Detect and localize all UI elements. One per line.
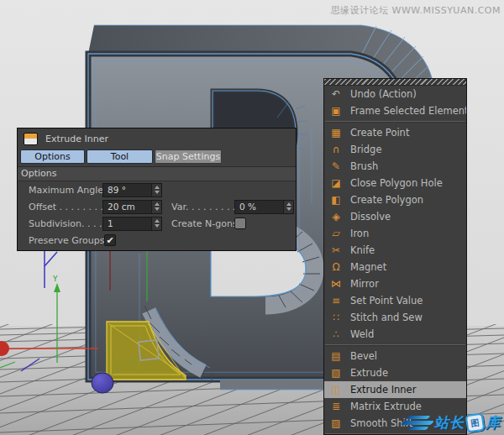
menu-item-knife[interactable]: ✂Knife [324, 242, 466, 259]
create-ngons-checkbox[interactable] [234, 218, 246, 229]
create-ngons-label: Create N-gons [171, 218, 234, 229]
menu-item-label: Dissolve [350, 211, 391, 223]
menu-item-label: Set Point Value [350, 295, 423, 307]
flame-icon [402, 415, 433, 432]
maximum-angle-row: Maximum Angle 89 ° [18, 181, 296, 198]
subdivision-value: 1 [103, 218, 151, 230]
maximum-angle-value: 89 ° [103, 184, 151, 197]
selected-vertex-sphere[interactable] [92, 373, 113, 393]
menu-item-label: Bevel [350, 350, 377, 362]
menu-item-label: Magnet [350, 261, 386, 273]
extrude-inner-icon [24, 133, 38, 145]
menu-item-dissolve[interactable]: ◈Dissolve [324, 208, 466, 225]
menu-item-label: Extrude [350, 367, 388, 379]
watermark-text: 思缘设计论坛 WWW.MISSYUAN.COM [331, 4, 501, 17]
dialog-tab-bar: Options Tool Snap Settings [18, 149, 296, 164]
menu-item-bevel[interactable]: ▤Bevel [324, 348, 466, 364]
tab-tool[interactable]: Tool [87, 149, 153, 164]
dialog-title: Extrude Inner [45, 134, 108, 144]
menu-item-iron[interactable]: ▱Iron [324, 225, 466, 242]
offset-row: Offset . . . . . . . . . 20 cm Var. . . … [18, 198, 296, 215]
menu-item-weld[interactable]: ∴Weld [324, 326, 466, 343]
weld-icon: ∴ [329, 329, 343, 339]
menu-item-mirror[interactable]: ⋈Mirror [324, 275, 466, 292]
menu-item-label: Brush [350, 160, 378, 172]
options-section-header: Options [18, 166, 296, 181]
menu-item-label: Frame Selected Elements [350, 105, 467, 117]
menu-separator [325, 121, 465, 123]
preserve-groups-checkbox[interactable]: ✔ [104, 234, 116, 246]
offset-field[interactable]: 20 cm [102, 200, 162, 214]
set-point-value-icon: ≡ [329, 296, 343, 306]
menu-item-magnet[interactable]: ΩMagnet [324, 259, 466, 275]
tab-options[interactable]: Options [20, 149, 85, 164]
menu-item-frame-selected-elements[interactable]: ▣Frame Selected Elements [324, 102, 466, 119]
matrix-extrude-icon: ≣ [329, 401, 343, 411]
subdivision-stepper[interactable] [151, 218, 161, 230]
knife-icon: ✂ [329, 245, 343, 255]
extrude-inner-dialog: Extrude Inner Options Tool Snap Settings… [17, 128, 297, 251]
stitch-and-sew-icon: ∷ [329, 312, 343, 322]
menu-tearoff-handle[interactable] [324, 79, 466, 86]
var-field[interactable]: 0 % [234, 200, 294, 214]
menu-item-label: Close Polygon Hole [350, 177, 443, 189]
menu-separator [325, 344, 465, 346]
menu-item-label: Iron [350, 228, 369, 239]
menu-item-create-point[interactable]: ▦Create Point [324, 124, 466, 141]
menu-item-bridge[interactable]: ∩Bridge [324, 141, 466, 158]
menu-item-extrude-inner[interactable]: ◫Extrude Inner [324, 381, 466, 398]
tab-snap-settings[interactable]: Snap Settings [155, 149, 222, 164]
menu-item-close-polygon-hole[interactable]: ◪Close Polygon Hole [324, 175, 466, 191]
menu-item-brush[interactable]: ✎Brush [324, 158, 466, 175]
menu-item-label: Extrude Inner [350, 384, 416, 396]
menu-item-label: Undo (Action) [350, 88, 417, 100]
var-value: 0 % [235, 201, 283, 213]
iron-icon: ▱ [329, 228, 343, 238]
undo-icon: ↶ [329, 89, 343, 99]
subdivision-label: Subdivision. . . . . [29, 218, 102, 229]
brush-icon: ✎ [329, 161, 343, 171]
offset-stepper[interactable] [151, 201, 161, 213]
preserve-groups-row: Preserve Groups ✔ [18, 232, 296, 249]
extrude-icon: ▧ [329, 368, 343, 378]
frame-selected-icon: ▣ [329, 106, 343, 116]
application-window: Y 思缘设计论坛 WWW.MISSYUAN.COM Extrude Inner … [0, 0, 504, 435]
menu-item-label: Weld [350, 328, 374, 340]
axis-y-label: Y [52, 275, 58, 283]
bevel-icon: ▤ [329, 351, 343, 361]
menu-item-extrude[interactable]: ▧Extrude [324, 364, 466, 381]
var-stepper[interactable] [283, 201, 293, 213]
var-label: Var. . . . . . . . . . [171, 202, 234, 212]
menu-item-label: Create Polygon [350, 194, 423, 206]
menu-item-set-point-value[interactable]: ≡Set Point Value [324, 292, 466, 309]
subdivision-row: Subdivision. . . . . 1 Create N-gons [18, 215, 296, 232]
logo-text-suffix: 库 [486, 413, 501, 432]
menu-item-undo-action[interactable]: ↶Undo (Action) [324, 86, 466, 102]
menu-item-matrix-extrude[interactable]: ≣Matrix Extrude [324, 398, 466, 415]
menu-item-label: Knife [350, 244, 375, 256]
subdivision-field[interactable]: 1 [102, 217, 162, 231]
menu-item-label: Bridge [350, 144, 382, 155]
dissolve-icon: ◈ [329, 212, 343, 222]
maximum-angle-stepper[interactable] [151, 184, 161, 197]
magnet-icon: Ω [329, 262, 343, 272]
zzpic-logo: 站长 图 库 [402, 413, 501, 432]
logo-text-prefix: 站长 [434, 413, 465, 432]
extrude-inner-icon: ◫ [329, 385, 343, 395]
maximum-angle-label: Maximum Angle [29, 185, 102, 196]
smooth-shift-icon: ▨ [329, 418, 343, 428]
menu-item-create-polygon[interactable]: ◧Create Polygon [324, 191, 466, 208]
menu-item-label: Stitch and Sew [350, 312, 423, 323]
menu-item-label: Create Point [350, 127, 409, 139]
menu-item-stitch-and-sew[interactable]: ∷Stitch and Sew [324, 309, 466, 326]
menu-item-label: Mirror [350, 278, 379, 290]
dialog-title-bar[interactable]: Extrude Inner [18, 128, 296, 149]
maximum-angle-field[interactable]: 89 ° [102, 183, 162, 197]
menu-item-label: Matrix Extrude [350, 401, 422, 412]
close-polygon-hole-icon: ◪ [329, 178, 343, 188]
context-menu: ↶Undo (Action)▣Frame Selected Elements▦C… [323, 78, 467, 435]
offset-value: 20 cm [103, 201, 151, 213]
logo-badge: 图 [465, 413, 486, 433]
offset-label: Offset . . . . . . . . . [29, 202, 102, 212]
menu-items: ↶Undo (Action)▣Frame Selected Elements▦C… [324, 86, 466, 432]
